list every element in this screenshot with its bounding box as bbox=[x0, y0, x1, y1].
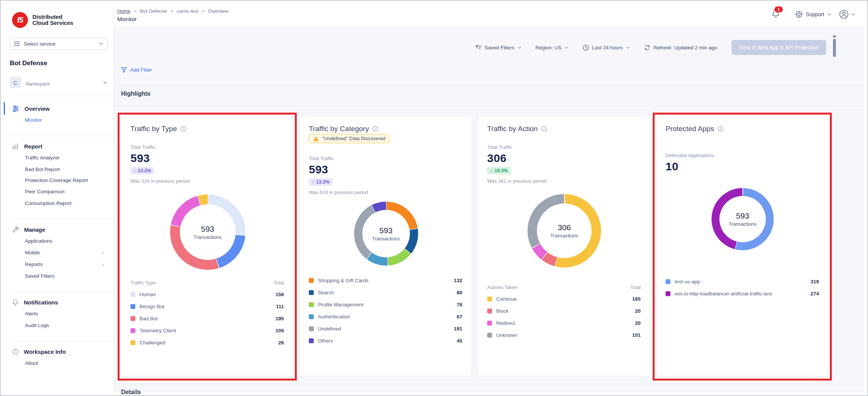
legend-value: 195 bbox=[275, 316, 284, 321]
donut-chart[interactable]: 593Transactions bbox=[712, 188, 774, 250]
legend-swatch bbox=[130, 304, 135, 309]
legend-item[interactable]: Benign Bot111 bbox=[130, 300, 284, 312]
breadcrumb-item[interactable]: Home bbox=[117, 8, 130, 14]
legend-label: Benign Bot bbox=[140, 304, 164, 309]
nav-section-overview: OverviewMonitor bbox=[4, 98, 113, 128]
donut-chart[interactable]: 593Transactions bbox=[354, 202, 418, 266]
legend-value: 101 bbox=[632, 332, 641, 338]
sidebar-item-monitor[interactable]: Monitor bbox=[4, 114, 113, 126]
metric-label: Total Traffic bbox=[309, 156, 334, 161]
sidebar-section-label: Manage bbox=[24, 226, 45, 233]
support-menu[interactable]: Support bbox=[795, 11, 831, 18]
legend-item[interactable]: Redirect20 bbox=[487, 317, 641, 329]
sidebar-item-saved-filters[interactable]: Saved Filters bbox=[4, 270, 113, 282]
legend: Shopping & Gift Cards132Search80Profile … bbox=[309, 274, 462, 347]
legend: Actions TakenTotalContinue165Block20Redi… bbox=[487, 281, 641, 341]
legend-value: 78 bbox=[457, 302, 462, 307]
region-dropdown[interactable]: Region: US bbox=[535, 45, 568, 50]
legend-item[interactable]: Authentication67 bbox=[309, 310, 462, 323]
legend-swatch bbox=[130, 328, 135, 333]
refresh-button[interactable]: Refresh: Updated 2 min ago bbox=[644, 44, 717, 51]
delta-badge: ↑13.2% bbox=[130, 167, 154, 174]
nav-section-report: ReportTraffic AnalyzerBad Bot ReportProt… bbox=[4, 136, 113, 211]
legend-item[interactable]: Challenged26 bbox=[130, 336, 284, 349]
scrollbar[interactable] bbox=[833, 35, 836, 57]
region-label: Region: US bbox=[535, 45, 561, 50]
legend-label: Authentication bbox=[318, 314, 350, 320]
legend-item[interactable]: Continue165 bbox=[487, 293, 641, 305]
info-icon[interactable] bbox=[718, 126, 724, 132]
donut-chart[interactable]: 306Transactions bbox=[528, 194, 601, 268]
card-traffic-by-type: Traffic by TypeTotal Traffic593↑13.2%Was… bbox=[121, 116, 293, 376]
namespace-selector[interactable]: C Namespace bbox=[10, 77, 107, 88]
namespace-avatar: C bbox=[10, 77, 21, 88]
legend-item[interactable]: Telemetry Client105 bbox=[130, 324, 284, 336]
legend-item[interactable]: Unknown101 bbox=[487, 329, 641, 341]
add-filter-button[interactable]: Add Filter bbox=[121, 67, 152, 73]
time-range-dropdown[interactable]: Last 24 hours bbox=[583, 44, 630, 51]
notification-badge: 1 bbox=[774, 6, 783, 12]
legend-item[interactable]: Shopping & Gift Cards132 bbox=[309, 274, 462, 286]
sidebar-item-label: Monitor bbox=[25, 117, 42, 123]
sidebar-item-alerts[interactable]: Alerts bbox=[4, 308, 113, 320]
scrollbar-thumb[interactable] bbox=[833, 39, 836, 57]
sidebar-item-workspace-info[interactable]: Workspace Info bbox=[4, 346, 113, 357]
saved-filters-dropdown[interactable]: Saved Filters bbox=[475, 45, 521, 50]
notifications-button[interactable]: 1 bbox=[771, 9, 780, 20]
legend-item[interactable]: Profile Management78 bbox=[309, 298, 462, 310]
legend-item[interactable]: Bad Bot195 bbox=[130, 312, 284, 324]
legend-item[interactable]: ves-io-http-loadbalancer-artificial-traf… bbox=[666, 287, 819, 300]
report-icon bbox=[12, 143, 19, 149]
donut-chart[interactable]: 593Transactions bbox=[170, 194, 245, 270]
delta-down-arrow-icon: ↓ bbox=[490, 168, 492, 173]
sidebar-item-about[interactable]: About bbox=[4, 357, 113, 369]
view-in-waap-button[interactable]: View in Web App & API Protection bbox=[732, 40, 826, 55]
info-icon[interactable] bbox=[372, 126, 378, 132]
service-selector[interactable]: Select service bbox=[10, 38, 107, 50]
nav-section-notifications: NotificationsAlertsAudit Logs bbox=[4, 292, 113, 333]
sidebar-item-audit-logs[interactable]: Audit Logs bbox=[4, 320, 113, 331]
legend-value: 274 bbox=[810, 291, 819, 297]
sidebar-item-label: Mobile bbox=[25, 250, 40, 255]
legend-item[interactable]: Human156 bbox=[130, 288, 284, 300]
card-traffic-by-action: Traffic by ActionTotal Traffic306↓10.3%W… bbox=[478, 116, 650, 376]
sidebar-item-report[interactable]: Report bbox=[4, 141, 113, 152]
sidebar-item-applications[interactable]: Applications bbox=[4, 235, 113, 247]
legend-item[interactable]: Block20 bbox=[487, 305, 641, 317]
sidebar-item-reports[interactable]: Reports› bbox=[4, 258, 113, 270]
legend-swatch bbox=[309, 302, 314, 307]
legend-label: ves-io-http-loadbalancer-artificial-traf… bbox=[675, 291, 772, 297]
legend-swatch bbox=[666, 291, 670, 296]
legend-item[interactable]: test-us-app319 bbox=[666, 275, 819, 287]
legend-swatch bbox=[309, 290, 314, 295]
sidebar-item-bad-bot-report[interactable]: Bad Bot Report bbox=[4, 164, 113, 175]
breadcrumb-item[interactable]: Overview bbox=[208, 8, 229, 14]
sidebar-item-manage[interactable]: Manage bbox=[4, 224, 113, 235]
sidebar-item-overview[interactable]: Overview bbox=[4, 103, 113, 114]
sidebar-item-consumption-report[interactable]: Consumption Report bbox=[4, 197, 113, 209]
legend-item[interactable]: Others45 bbox=[309, 335, 462, 347]
card-title: Traffic by Category bbox=[309, 125, 369, 133]
brand-logo[interactable]: f5 Distributed Cloud Services bbox=[12, 12, 113, 28]
sidebar-item-peer-comparison[interactable]: Peer Comparison bbox=[4, 186, 113, 197]
previous-period-text: Was 524 in previous period bbox=[309, 190, 368, 195]
info-icon[interactable] bbox=[541, 126, 547, 132]
sidebar-item-label: Traffic Analyzer bbox=[25, 155, 60, 161]
legend-swatch bbox=[309, 278, 314, 283]
account-menu[interactable] bbox=[839, 9, 855, 19]
scroll-up-icon[interactable] bbox=[833, 35, 836, 37]
undefined-data-warning-badge[interactable]: "Undefined" Data Discovered bbox=[309, 134, 390, 143]
legend-item[interactable]: Undefined191 bbox=[309, 323, 462, 335]
chevron-down-icon bbox=[827, 13, 831, 16]
sidebar-item-traffic-analyzer[interactable]: Traffic Analyzer bbox=[4, 152, 113, 164]
legend-item[interactable]: Search80 bbox=[309, 286, 462, 298]
breadcrumb-item[interactable]: Bot Defense bbox=[140, 8, 167, 14]
info-icon[interactable] bbox=[180, 126, 186, 132]
breadcrumb-item[interactable]: carrie-test bbox=[176, 8, 198, 14]
support-label: Support bbox=[806, 11, 824, 17]
grid-icon bbox=[14, 41, 20, 47]
sidebar-item-protection-coverage-report[interactable]: Protection Coverage Report bbox=[4, 175, 113, 186]
lifebuoy-icon bbox=[795, 11, 803, 18]
sidebar-item-mobile[interactable]: Mobile› bbox=[4, 247, 113, 258]
sidebar-item-notifications[interactable]: Notifications bbox=[4, 297, 113, 308]
